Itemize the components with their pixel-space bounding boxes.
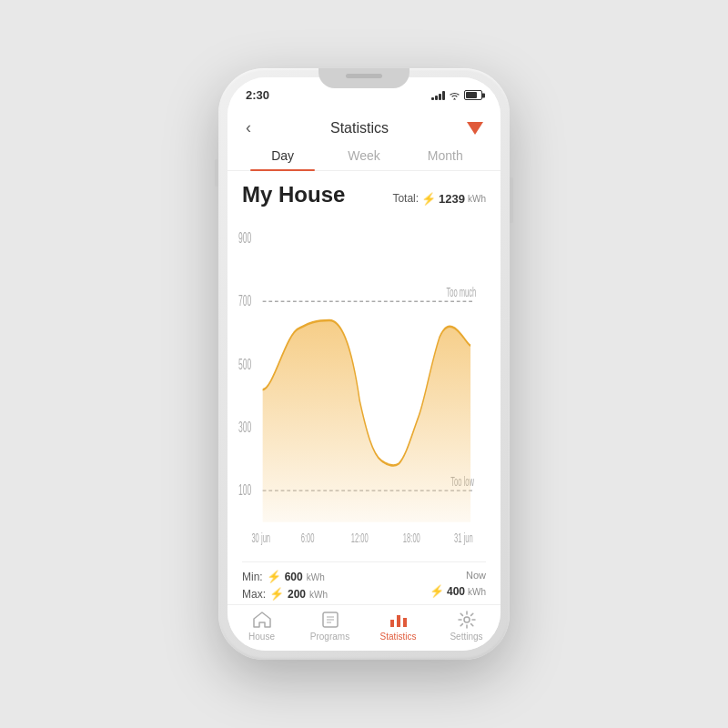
house-header: My House Total: ⚡ 1239 kWh: [242, 182, 486, 207]
tab-week[interactable]: Week: [323, 148, 404, 170]
chart-area: [263, 320, 470, 522]
nav-label-house: House: [248, 632, 275, 642]
min-max-col: Min: ⚡ 600 kWh Max: ⚡ 200 kWh: [242, 570, 328, 601]
nav-label-programs: Programs: [310, 632, 349, 642]
tab-day[interactable]: Day: [242, 148, 323, 170]
nav-item-programs[interactable]: Programs: [296, 611, 364, 642]
app-header: ‹ Statistics: [228, 107, 500, 141]
x-label-6: 6:00: [301, 531, 315, 545]
status-icons: [431, 90, 482, 100]
x-label-18: 18:00: [403, 531, 420, 545]
max-row: Max: ⚡ 200 kWh: [242, 587, 328, 601]
now-label: Now: [430, 570, 486, 581]
tab-month[interactable]: Month: [405, 148, 486, 170]
y-label-100: 100: [238, 483, 251, 499]
nav-item-settings[interactable]: Settings: [432, 611, 500, 642]
svg-rect-6: [403, 618, 407, 627]
min-row: Min: ⚡ 600 kWh: [242, 570, 328, 583]
nav-label-settings: Settings: [450, 632, 482, 642]
x-label-31jun: 31 jun: [454, 531, 473, 545]
now-bolt-icon: ⚡: [430, 584, 444, 598]
nav-item-house[interactable]: House: [228, 611, 296, 642]
too-much-label: Too much: [446, 286, 476, 299]
nav-item-statistics[interactable]: Statistics: [364, 611, 432, 642]
filter-icon: [467, 122, 483, 135]
x-label-12: 12:00: [351, 531, 369, 545]
total-label: Total:: [392, 192, 419, 205]
chart-svg: 900 700 500 300 100 Too much Too low: [238, 215, 490, 561]
max-label: Max:: [242, 588, 266, 601]
y-label-300: 300: [238, 420, 251, 435]
total-value: 1239: [439, 192, 465, 206]
tab-bar: Day Week Month: [228, 141, 500, 171]
now-value: 400: [447, 585, 465, 598]
bolt-icon: ⚡: [421, 192, 436, 206]
house-icon: [252, 611, 272, 629]
min-value: 600: [285, 571, 303, 583]
time-display: 2:30: [246, 88, 269, 102]
now-unit: kWh: [468, 587, 486, 597]
wifi-icon: [449, 91, 460, 100]
back-button[interactable]: ‹: [242, 115, 255, 141]
now-value-row: ⚡ 400 kWh: [430, 584, 486, 598]
page-title: Statistics: [330, 120, 389, 136]
y-label-900: 900: [238, 231, 251, 247]
battery-icon: [464, 90, 482, 100]
svg-point-7: [464, 617, 470, 622]
nav-label-statistics: Statistics: [379, 632, 416, 642]
filter-button[interactable]: [464, 117, 486, 139]
house-name: My House: [242, 182, 345, 207]
min-label: Min:: [242, 571, 263, 583]
total-unit: kWh: [468, 194, 486, 204]
min-unit: kWh: [307, 572, 325, 582]
stats-section: Min: ⚡ 600 kWh Max: ⚡ 200 kWh Now: [242, 561, 486, 604]
svg-rect-4: [390, 620, 394, 627]
settings-icon: [458, 611, 476, 629]
max-unit: kWh: [309, 590, 328, 600]
x-label-30jun: 30 jun: [251, 531, 270, 545]
programs-icon: [321, 611, 339, 629]
min-bolt-icon: ⚡: [267, 570, 281, 583]
signal-icon: [431, 91, 445, 100]
main-content: My House Total: ⚡ 1239 kWh 900 700 500 3…: [228, 171, 500, 604]
now-col: Now ⚡ 400 kWh: [430, 570, 486, 601]
max-value: 200: [288, 588, 306, 601]
y-label-500: 500: [238, 357, 251, 372]
y-label-700: 700: [238, 294, 251, 309]
total-info: Total: ⚡ 1239 kWh: [392, 192, 486, 206]
svg-rect-5: [397, 615, 400, 627]
statistics-icon: [389, 611, 409, 629]
bottom-navigation: House Programs Statistics: [228, 604, 500, 651]
max-bolt-icon: ⚡: [269, 587, 284, 601]
energy-chart: 900 700 500 300 100 Too much Too low: [238, 215, 490, 561]
